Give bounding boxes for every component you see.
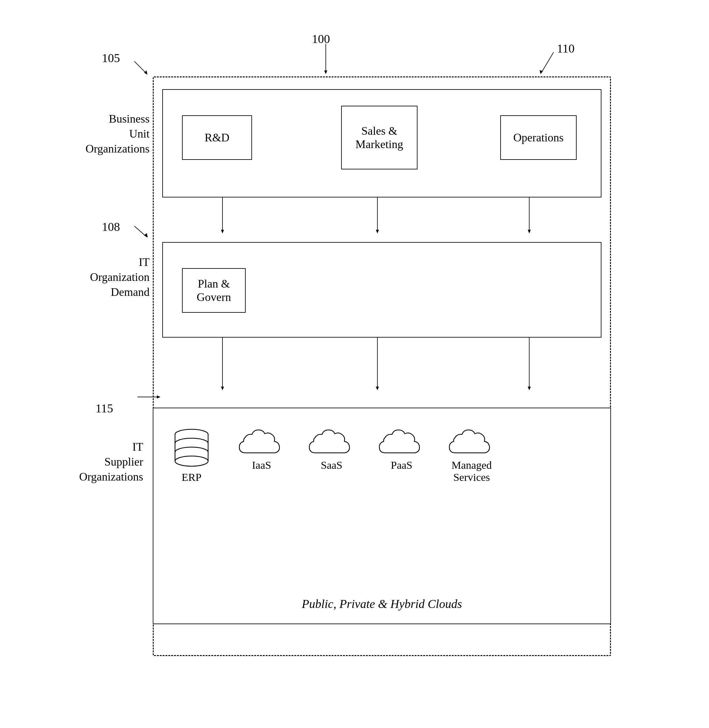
svg-line-4 [134,226,146,237]
saas-cloud-icon [306,424,357,459]
svg-line-2 [134,61,146,73]
saas-label: SaaS [321,459,343,471]
ref-110: 110 [557,41,575,56]
it-org-side-label: IT Organization Demand [64,255,150,299]
iaas-label: IaaS [252,459,271,471]
plan-govern-box: Plan &Govern [182,268,246,313]
paas-item: PaaS [376,424,427,471]
bu-layer-box: R&D Sales &Marketing Operations [162,89,601,197]
ref-115: 115 [95,401,113,415]
it-supplier-side-label: IT Supplier Organizations [64,440,143,484]
operations-label: Operations [513,131,563,144]
sales-box: Sales &Marketing [341,106,417,170]
database-icon [172,427,211,469]
managed-cloud-icon [446,424,497,459]
rd-label: R&D [204,131,229,144]
operations-box: Operations [500,115,576,160]
cloud-subtitle: Public, Private & Hybrid Clouds [153,597,610,611]
erp-label: ERP [182,471,201,484]
it-org-layer-box: Plan &Govern [162,242,601,338]
paas-label: PaaS [391,459,413,471]
ref-100: 100 [312,32,330,46]
managed-label: ManagedServices [452,459,492,484]
svg-marker-7 [540,70,543,74]
rd-box: R&D [182,115,252,160]
ref-105: 105 [102,51,120,65]
paas-cloud-icon [376,424,427,459]
iaas-cloud-icon [236,424,287,459]
managed-services-item: ManagedServices [446,424,497,484]
plan-govern-label: Plan &Govern [197,277,231,304]
iaas-item: IaaS [236,424,287,471]
svg-marker-3 [144,70,148,75]
ref-108: 108 [102,220,120,234]
svg-marker-1 [324,70,327,74]
saas-item: SaaS [306,424,357,471]
diagram-container: 100 105 108 110 115 R&D Sales &Marketing… [64,25,636,694]
svg-line-6 [541,52,553,73]
svg-marker-5 [144,233,148,238]
sales-label: Sales &Marketing [356,124,403,151]
svg-point-36 [175,456,208,466]
it-supplier-layer-box: ERP IaaS SaaS PaaS M [153,408,611,624]
erp-item: ERP [172,427,211,484]
bu-side-label: Business Unit Organizations [64,111,150,156]
